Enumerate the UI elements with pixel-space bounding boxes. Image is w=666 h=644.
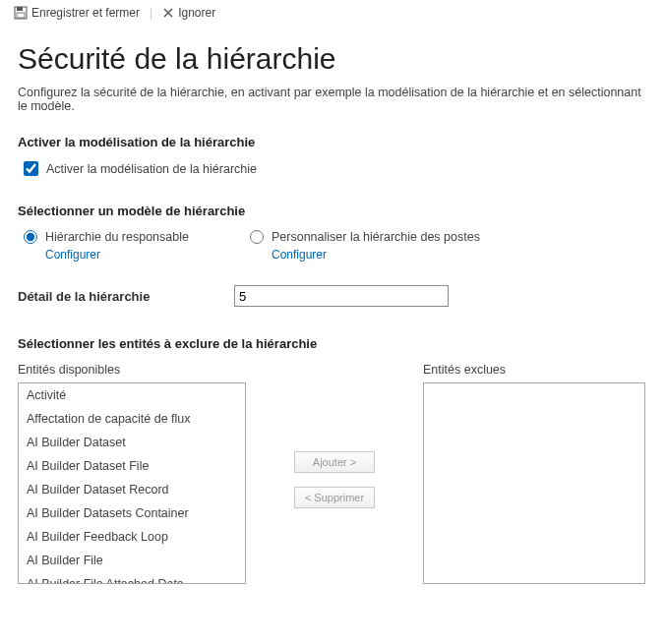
page-description: Configurez la sécurité de la hiérarchie,…: [18, 86, 648, 113]
close-icon: [162, 7, 174, 19]
list-item[interactable]: AI Builder File: [19, 549, 245, 572]
depth-input[interactable]: [234, 285, 449, 307]
enable-section-header: Activer la modélisation de la hiérarchie: [18, 135, 648, 149]
excluded-entities-listbox[interactable]: [423, 382, 645, 584]
excluded-entities-label: Entités exclues: [423, 363, 645, 377]
list-item[interactable]: Affectation de capacité de flux: [19, 407, 245, 431]
list-item[interactable]: AI Builder Feedback Loop: [19, 525, 245, 549]
svg-rect-1: [17, 7, 23, 11]
model-section-header: Sélectionner un modèle de hiérarchie: [18, 204, 648, 218]
list-item[interactable]: AI Builder File Attached Data: [19, 572, 245, 584]
enable-hierarchy-label: Activer la modélisation de la hiérarchie: [46, 162, 257, 176]
ignore-button[interactable]: Ignorer: [156, 4, 221, 22]
add-button[interactable]: Ajouter >: [294, 451, 375, 473]
remove-button[interactable]: < Supprimer: [294, 487, 375, 508]
exclude-section-header: Sélectionner les entités à exclure de la…: [18, 336, 648, 351]
position-hierarchy-label: Personnaliser la hiérarchie des postes: [272, 230, 480, 244]
enable-hierarchy-checkbox[interactable]: [24, 161, 38, 176]
configure-position-link[interactable]: Configurer: [250, 248, 480, 262]
configure-manager-link[interactable]: Configurer: [24, 248, 240, 262]
save-close-label: Enregistrer et fermer: [31, 6, 140, 20]
list-item[interactable]: AI Builder Datasets Container: [19, 501, 245, 525]
list-item[interactable]: AI Builder Dataset Record: [19, 478, 245, 501]
ignore-label: Ignorer: [178, 6, 215, 20]
manager-hierarchy-radio[interactable]: [24, 230, 37, 244]
available-entities-label: Entités disponibles: [18, 363, 246, 377]
list-item[interactable]: AI Builder Dataset: [19, 431, 245, 454]
page-title: Sécurité de la hiérarchie: [18, 42, 648, 76]
toolbar-separator: |: [150, 6, 152, 20]
list-item[interactable]: Activité: [19, 383, 245, 407]
position-hierarchy-radio[interactable]: [250, 230, 264, 244]
depth-label: Détail de la hiérarchie: [18, 289, 234, 304]
available-entities-listbox[interactable]: ActivitéAffectation de capacité de fluxA…: [18, 382, 246, 584]
save-close-button[interactable]: Enregistrer et fermer: [8, 4, 146, 22]
toolbar: Enregistrer et fermer | Ignorer: [0, 0, 666, 27]
svg-rect-2: [17, 13, 25, 18]
save-icon: [14, 6, 28, 20]
list-item[interactable]: AI Builder Dataset File: [19, 454, 245, 478]
manager-hierarchy-label: Hiérarchie du responsable: [45, 230, 189, 244]
